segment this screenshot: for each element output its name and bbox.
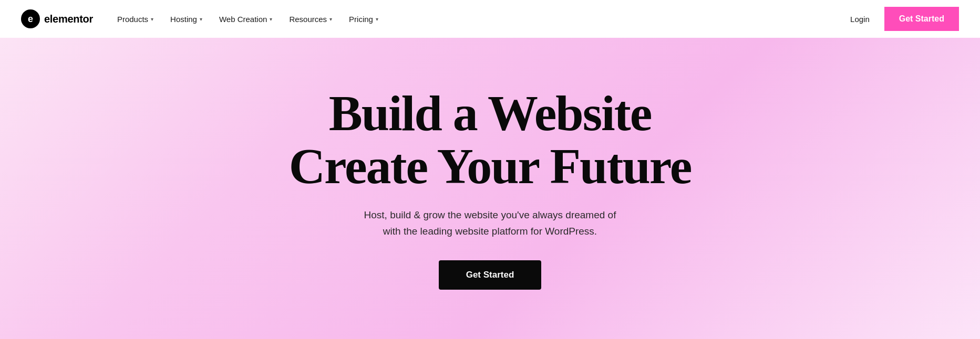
navigation: e elementor Products ▾ Hosting ▾ Web Cre… [0, 0, 980, 38]
nav-item-resources[interactable]: Resources ▾ [282, 10, 339, 28]
logo-letter: e [28, 14, 33, 25]
chevron-down-icon: ▾ [270, 16, 272, 22]
hero-section: Build a Website Create Your Future Host,… [0, 38, 980, 339]
chevron-down-icon: ▾ [200, 16, 202, 22]
nav-menu: Products ▾ Hosting ▾ Web Creation ▾ Reso… [110, 10, 386, 28]
nav-left: e elementor Products ▾ Hosting ▾ Web Cre… [21, 9, 386, 28]
hero-subtitle-line1: Host, build & grow the website you've al… [364, 209, 616, 220]
nav-pricing-label: Pricing [349, 15, 373, 24]
chevron-down-icon: ▾ [329, 16, 332, 22]
nav-products-label: Products [117, 15, 148, 24]
nav-web-creation-label: Web Creation [219, 15, 267, 24]
hero-subtitle: Host, build & grow the website you've al… [364, 207, 616, 239]
logo[interactable]: e elementor [21, 9, 93, 28]
nav-item-web-creation[interactable]: Web Creation ▾ [212, 10, 280, 28]
hero-title-line1: Build a Website [329, 85, 652, 141]
hero-title-line2: Create Your Future [289, 138, 692, 194]
nav-item-hosting[interactable]: Hosting ▾ [163, 10, 210, 28]
nav-resources-label: Resources [289, 15, 327, 24]
chevron-down-icon: ▾ [376, 16, 378, 22]
logo-icon: e [21, 9, 40, 28]
nav-right: Login Get Started [842, 7, 959, 31]
hero-subtitle-line2: with the leading website platform for Wo… [383, 226, 597, 237]
nav-item-pricing[interactable]: Pricing ▾ [342, 10, 386, 28]
chevron-down-icon: ▾ [151, 16, 153, 22]
nav-item-products[interactable]: Products ▾ [110, 10, 161, 28]
hero-title: Build a Website Create Your Future [289, 87, 692, 193]
logo-text: elementor [44, 13, 93, 25]
get-started-button-nav[interactable]: Get Started [884, 7, 959, 31]
nav-hosting-label: Hosting [170, 15, 197, 24]
hero-cta-button[interactable]: Get Started [439, 260, 542, 290]
login-button[interactable]: Login [842, 10, 878, 28]
